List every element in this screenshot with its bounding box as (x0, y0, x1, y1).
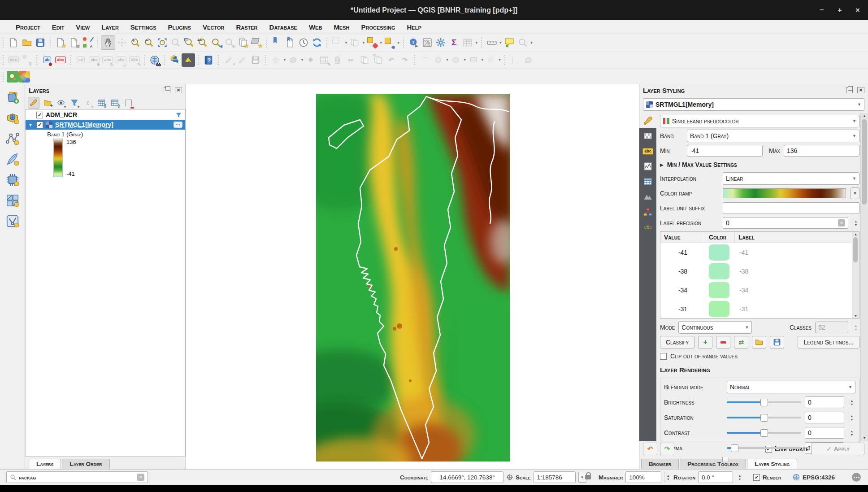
show-bookmarks-icon[interactable] (283, 36, 297, 49)
paste-features-icon[interactable] (371, 53, 385, 67)
layout-manager-icon[interactable]: ⚒ (67, 36, 81, 49)
color-ramp-preview[interactable] (723, 188, 846, 198)
brightness-spinner[interactable]: ▲▼ (848, 397, 855, 408)
magnifier-spinner[interactable]: ▲▼ (664, 472, 672, 483)
menu-plugins[interactable]: Plugins (162, 22, 197, 32)
save-color-map-button[interactable] (770, 336, 784, 348)
clip-label[interactable]: Clip out of range values (670, 353, 738, 360)
locator-search-input[interactable]: packag ✕ (6, 471, 148, 483)
clear-icon[interactable]: ✕ (838, 219, 845, 226)
crs-value[interactable]: EPSG:4326 (803, 474, 835, 481)
cad-tools-icon[interactable] (508, 53, 522, 67)
color-swatch[interactable] (709, 282, 729, 298)
load-color-map-button[interactable] (752, 336, 766, 348)
highlight-pinned-labels-icon[interactable]: abc (54, 53, 67, 67)
label-unit-suffix-input[interactable] (723, 202, 859, 214)
dropdown-arrow-icon[interactable]: ▼ (481, 58, 484, 62)
style-manager-icon[interactable]: a (81, 36, 94, 49)
column-color[interactable]: Color (705, 232, 735, 243)
save-project-icon[interactable] (34, 36, 47, 49)
tab-symbology-icon[interactable] (639, 113, 656, 128)
new-project-icon[interactable] (7, 36, 20, 49)
magnifier-input[interactable]: 100% (625, 471, 661, 483)
filter-legend-icon[interactable]: ▼ (69, 97, 80, 108)
open-layer-styling-icon[interactable] (28, 97, 39, 109)
menu-processing[interactable]: Processing (356, 22, 401, 32)
digitize-blob-icon[interactable] (286, 53, 300, 67)
new-virtual-layer-icon[interactable] (5, 172, 20, 187)
extents-icon[interactable] (506, 474, 513, 481)
select-features-icon[interactable] (330, 36, 344, 49)
expander-icon[interactable]: ▼ (28, 122, 33, 127)
add-group-icon[interactable]: + (42, 97, 53, 108)
rectangle-tool-icon[interactable] (467, 53, 480, 67)
label-precision-input[interactable]: 0 ✕ (723, 217, 848, 229)
menu-vector[interactable]: Vector (197, 22, 230, 32)
delete-selected-icon[interactable] (331, 53, 344, 67)
invert-colors-checkbox[interactable] (722, 457, 729, 462)
tab-processing-toolbox[interactable]: Processing Toolbox (680, 459, 746, 469)
zoom-to-layer-icon[interactable] (182, 36, 196, 49)
coordinate-input[interactable]: 14.6669°, 120.7638° (431, 471, 503, 483)
advanced-digitize-icon[interactable] (522, 53, 535, 67)
tab-layer-order[interactable]: Layer Order (62, 459, 109, 469)
toolbar-handle[interactable] (1, 38, 5, 48)
color-swatch[interactable] (709, 244, 729, 261)
saturation-input[interactable]: 0 (805, 412, 844, 423)
digitize-curve-icon[interactable] (418, 53, 432, 67)
new-print-layout-icon[interactable] (54, 36, 67, 49)
expand-all-icon[interactable]: ⇩ (96, 97, 107, 108)
layer-diagram-icon[interactable] (20, 53, 34, 67)
minimize-button[interactable]: − (818, 6, 826, 15)
saturation-spinner[interactable]: ▲▼ (848, 412, 855, 423)
show-hide-labels-icon[interactable]: abc◉ (87, 53, 101, 67)
toolbar-handle[interactable] (143, 55, 147, 65)
min-input[interactable]: -41 (687, 145, 763, 157)
tab-histogram-icon[interactable] (639, 159, 656, 174)
dropdown-arrow-icon[interactable]: ▼ (379, 41, 383, 45)
toolbar-handle[interactable] (413, 55, 417, 65)
filter-expression-icon[interactable]: ε▼ (82, 97, 93, 108)
show-statistics-icon[interactable]: Σ (447, 36, 461, 49)
metasearch-icon[interactable] (148, 53, 161, 67)
undo-icon[interactable]: ↶ (385, 53, 398, 67)
toolbar-handle[interactable] (217, 55, 221, 65)
menu-edit[interactable]: Edit (46, 22, 70, 32)
toolbar-handle[interactable] (325, 38, 329, 48)
attribute-table-icon[interactable] (461, 36, 474, 49)
lock-scale-icon[interactable] (585, 475, 591, 479)
dropdown-arrow-icon[interactable]: ▼ (397, 41, 400, 45)
layer-rendering-header[interactable]: Layer Rendering (660, 366, 710, 374)
gamma-slider[interactable] (727, 444, 801, 452)
new-3d-map-view-icon[interactable] (250, 36, 263, 49)
layer-labeling-icon[interactable]: abc (7, 53, 20, 67)
edit-label-icon[interactable]: abc✎ (128, 53, 141, 67)
filter-indicator-icon[interactable] (176, 112, 182, 118)
map-canvas[interactable] (186, 84, 639, 469)
clear-icon[interactable]: ✕ (137, 474, 144, 481)
new-mesh-layer-icon[interactable] (5, 193, 20, 208)
digitize-polygon-icon[interactable] (269, 53, 282, 67)
tab-transparency-icon[interactable] (639, 128, 656, 144)
tab-history-icon[interactable]: ↺↻ (639, 220, 656, 235)
menu-settings[interactable]: Settings (125, 22, 162, 32)
dropdown-arrow-icon[interactable]: ▼ (344, 41, 348, 45)
blending-mode-select[interactable]: Normal ▼ (727, 381, 855, 393)
zoom-to-selection-icon[interactable] (169, 36, 182, 49)
mode-select[interactable]: Continuous ▼ (678, 321, 752, 334)
messages-icon[interactable] (852, 473, 861, 482)
tab-browser[interactable]: Browser (641, 459, 679, 469)
select-by-value-icon[interactable] (365, 36, 379, 49)
menu-layer[interactable]: Layer (95, 22, 125, 32)
pan-to-selection-icon[interactable] (115, 36, 129, 49)
contrast-spinner[interactable]: ▲▼ (848, 427, 855, 438)
toolbar-handle[interactable] (1, 72, 5, 82)
menu-mesh[interactable]: Mesh (328, 22, 355, 32)
remove-layer-icon[interactable] (123, 97, 134, 108)
dropdown-arrow-icon[interactable]: ▼ (446, 58, 449, 62)
float-panel-icon[interactable] (164, 87, 170, 93)
map-tips-icon[interactable] (503, 36, 516, 49)
interpolation-select[interactable]: Linear ▼ (723, 172, 859, 185)
zoom-in-icon[interactable]: + (129, 36, 142, 49)
regular-polygon-tool-icon[interactable] (484, 53, 498, 67)
